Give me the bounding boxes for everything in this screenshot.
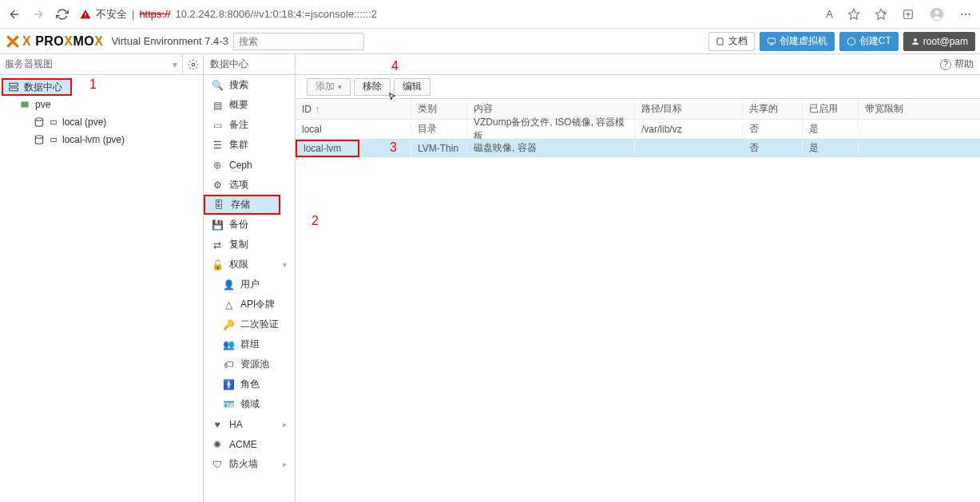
gear-icon xyxy=(188,59,199,70)
gear-icon: ⚙ xyxy=(212,180,223,191)
cert-icon: ✺ xyxy=(212,439,223,450)
cell-shared: 否 xyxy=(743,122,803,136)
disk-icon xyxy=(34,117,45,128)
back-icon[interactable] xyxy=(8,8,21,21)
menu-replication[interactable]: ⇄复制 xyxy=(204,235,295,255)
col-bw[interactable]: 带宽限制 xyxy=(859,99,980,119)
create-vm-button[interactable]: 创建虚拟机 xyxy=(760,32,835,51)
sync-icon: ⇄ xyxy=(212,239,223,251)
database-icon: 🗄 xyxy=(213,200,224,211)
docs-button[interactable]: 文档 xyxy=(708,32,755,51)
favorites-icon[interactable] xyxy=(875,8,887,21)
col-enabled[interactable]: 已启用 xyxy=(803,99,859,119)
menu-cluster[interactable]: ☰集群 xyxy=(204,135,295,155)
menu-dots-icon[interactable] xyxy=(959,8,972,21)
menu-users[interactable]: 👤用户 xyxy=(204,275,295,294)
menu-search[interactable]: 🔍搜索 xyxy=(204,75,295,95)
menu-firewall[interactable]: 🛡防火墙▸ xyxy=(204,454,295,474)
hdd-icon xyxy=(50,136,58,144)
book-icon xyxy=(716,37,725,46)
star-icon[interactable] xyxy=(847,8,860,21)
col-shared[interactable]: 共享的 xyxy=(743,99,803,119)
menu-roles[interactable]: 🚹角色 xyxy=(204,374,295,394)
disk-icon xyxy=(34,134,45,145)
chevron-right-icon: ▸ xyxy=(283,420,287,429)
menu-api-tokens[interactable]: △API令牌 xyxy=(204,294,295,314)
menu-summary[interactable]: ▤概要 xyxy=(204,95,295,115)
help-icon: ? xyxy=(940,59,951,70)
cell-content: 磁盘映像, 容器 xyxy=(467,141,635,155)
cell-type: 目录 xyxy=(411,122,467,136)
svg-marker-0 xyxy=(848,9,859,19)
table-row[interactable]: local-lvm LVM-Thin 磁盘映像, 容器 否 是 3 xyxy=(296,139,980,158)
key-icon: △ xyxy=(223,299,234,310)
storage-toolbar: 添加▾ 移除 编辑 4 xyxy=(296,75,980,99)
col-type[interactable]: 类别 xyxy=(411,99,467,119)
monitor-icon xyxy=(767,37,776,46)
menu-backup[interactable]: 💾备份 xyxy=(204,215,295,235)
col-path[interactable]: 路径/目标 xyxy=(635,99,743,119)
storage-table: ID ↑ 类别 内容 路径/目标 共享的 已启用 带宽限制 local 目录 V… xyxy=(296,99,980,158)
svg-point-15 xyxy=(35,136,42,139)
font-indicator[interactable]: A xyxy=(826,8,833,20)
book-icon: ▤ xyxy=(212,100,223,111)
warning-icon xyxy=(80,9,91,20)
tree-node-pve[interactable]: pve xyxy=(0,96,203,113)
tree-storage-local-lvm[interactable]: local-lvm (pve) xyxy=(0,131,203,148)
search-icon: 🔍 xyxy=(212,80,223,91)
menu-pools[interactable]: 🏷资源池 xyxy=(204,354,295,374)
tree-storage-local[interactable]: local (pve) xyxy=(0,113,203,131)
logo: X PROXMOX xyxy=(5,34,103,49)
logo-icon xyxy=(5,34,21,49)
table-row[interactable]: local 目录 VZDump备份文件, ISO镜像, 容器模板 /var/li… xyxy=(296,120,980,139)
tag-icon: 🏷 xyxy=(223,359,234,370)
svg-rect-16 xyxy=(51,138,57,141)
add-button[interactable]: 添加▾ xyxy=(307,78,351,96)
node-icon xyxy=(19,99,30,110)
tree-datacenter[interactable]: 数据中心 xyxy=(2,78,72,96)
svg-point-9 xyxy=(192,63,195,66)
group-icon: 👥 xyxy=(223,339,234,350)
shield-icon: 🛡 xyxy=(212,459,223,470)
remove-button[interactable]: 移除 xyxy=(354,78,391,96)
chevron-down-icon: ▾ xyxy=(283,260,287,269)
svg-rect-12 xyxy=(21,102,28,108)
forward-icon[interactable] xyxy=(32,8,45,21)
menu-notes[interactable]: ▭备注 xyxy=(204,115,295,135)
version-label: Virtual Environment 7.4-3 xyxy=(111,35,228,47)
config-menu-panel: 数据中心 🔍搜索 ▤概要 ▭备注 ☰集群 ⊛Ceph ⚙选项 🗄存储 💾备份 ⇄… xyxy=(204,54,296,502)
view-selector[interactable]: 服务器视图▾ xyxy=(0,54,182,74)
profile-icon[interactable] xyxy=(929,6,945,22)
collections-icon[interactable] xyxy=(902,8,915,21)
edit-button[interactable]: 编辑 xyxy=(394,78,430,96)
refresh-icon[interactable] xyxy=(56,8,69,21)
menu-tfa[interactable]: 🔑二次验证 xyxy=(204,314,295,334)
menu-storage[interactable]: 🗄存储 xyxy=(204,195,280,215)
create-ct-button[interactable]: 创建CT xyxy=(839,32,899,51)
hdd-icon xyxy=(50,118,58,126)
cluster-icon: ☰ xyxy=(212,140,223,151)
search-input[interactable] xyxy=(233,33,364,50)
cell-id: local xyxy=(296,124,411,135)
floppy-icon: 💾 xyxy=(212,219,223,231)
annotation-1: 1 xyxy=(89,77,97,92)
cube-icon xyxy=(847,37,856,46)
menu-ceph[interactable]: ⊛Ceph xyxy=(204,155,295,175)
menu-permissions[interactable]: 🔓权限▾ xyxy=(204,255,295,275)
user-button[interactable]: root@pam xyxy=(903,32,975,51)
menu-realms[interactable]: 🪪领域 xyxy=(204,394,295,414)
address-bar[interactable]: 不安全 | https://10.2.242.8:8006/#v1:0:18:4… xyxy=(80,7,377,22)
menu-ha[interactable]: ♥HA▸ xyxy=(204,414,295,434)
app-header: X PROXMOX Virtual Environment 7.4-3 文档 创… xyxy=(0,29,980,54)
cell-type: LVM-Thin xyxy=(411,143,467,154)
menu-options[interactable]: ⚙选项 xyxy=(204,175,295,195)
table-header: ID ↑ 类别 内容 路径/目标 共享的 已启用 带宽限制 xyxy=(296,99,980,120)
cell-path: /var/lib/vz xyxy=(635,124,743,135)
tree-settings-button[interactable] xyxy=(182,54,203,75)
svg-point-4 xyxy=(961,14,962,15)
unlock-icon: 🔓 xyxy=(212,259,223,271)
key-icon: 🔑 xyxy=(223,319,234,330)
help-button[interactable]: ?帮助 xyxy=(940,57,974,71)
menu-groups[interactable]: 👥群组 xyxy=(204,334,295,354)
menu-acme[interactable]: ✺ACME xyxy=(204,434,295,454)
